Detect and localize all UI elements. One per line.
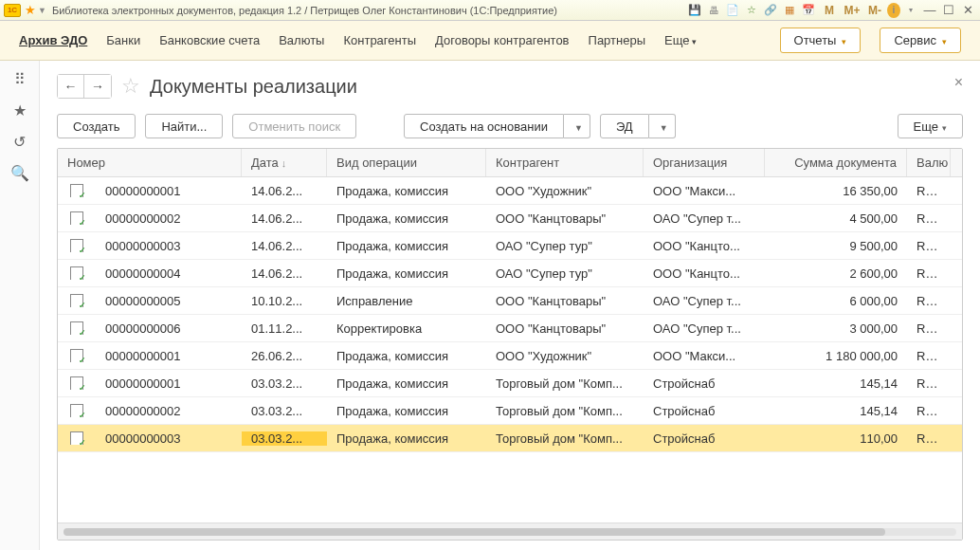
favorites-icon[interactable]: ★	[25, 3, 36, 17]
cell-contractor: ОАО "Супер тур"	[486, 266, 644, 281]
cell-operation: Продажа, комиссия	[327, 404, 486, 418]
cell-number: 00000000001	[96, 349, 242, 363]
table-row[interactable]: 0000000000126.06.2...Продажа, комиссияОО…	[58, 342, 962, 370]
table-row[interactable]: 0000000000214.06.2...Продажа, комиссияОО…	[58, 205, 962, 232]
horizontal-scrollbar[interactable]	[58, 522, 962, 540]
link-icon[interactable]: 🔗	[762, 3, 779, 18]
table-row[interactable]: 0000000000203.03.2...Продажа, комиссияТо…	[58, 397, 962, 425]
reports-button[interactable]: Отчеты▾	[780, 28, 862, 53]
col-sum[interactable]: Сумма документа	[765, 149, 907, 176]
cell-operation: Продажа, комиссия	[327, 266, 486, 281]
nav-forward-button[interactable]: →	[84, 75, 111, 98]
col-operation[interactable]: Вид операции	[327, 149, 486, 176]
cell-currency: RUB	[907, 376, 951, 391]
cell-date: 14.06.2...	[242, 211, 327, 226]
col-number[interactable]: Номер	[58, 149, 242, 176]
cell-sum: 16 350,00	[765, 184, 907, 198]
create-based-dropdown[interactable]: ▼	[564, 114, 590, 138]
cell-date: 26.06.2...	[242, 349, 327, 363]
row-status-icon	[58, 266, 96, 280]
table-row[interactable]: 0000000000103.03.2...Продажа, комиссияТо…	[58, 370, 962, 397]
table-row[interactable]: 0000000000414.06.2...Продажа, комиссияОА…	[58, 260, 962, 287]
nav-archive[interactable]: Архив ЭДО	[19, 33, 87, 47]
create-button[interactable]: Создать	[57, 114, 136, 138]
cell-currency: RUB	[907, 184, 951, 198]
cell-currency: RUB	[907, 294, 951, 308]
cell-sum: 2 600,00	[765, 266, 907, 281]
maximize-icon[interactable]: ☐	[940, 3, 957, 18]
nav-bank-accounts[interactable]: Банковские счета	[159, 33, 260, 47]
nav-arrows: ← →	[57, 74, 112, 99]
ed-dropdown[interactable]: ▼	[649, 114, 676, 138]
cell-sum: 9 500,00	[765, 239, 907, 253]
cell-contractor: Торговый дом "Комп...	[486, 431, 644, 446]
nav-contractors[interactable]: Контрагенты	[343, 33, 416, 47]
table-row[interactable]: 0000000000601.11.2...КорректировкаООО "К…	[58, 315, 962, 342]
cell-org: ООО "Канцто...	[644, 239, 765, 253]
col-currency[interactable]: Валю	[907, 149, 951, 176]
table-row[interactable]: 0000000000314.06.2...Продажа, комиссияОА…	[58, 232, 962, 260]
more-button[interactable]: Еще▾	[898, 114, 963, 138]
cell-number: 00000000001	[96, 184, 242, 198]
doc-icon[interactable]: 📄	[724, 3, 741, 18]
service-button[interactable]: Сервис▾	[880, 28, 961, 53]
search-icon[interactable]: 🔍	[10, 164, 29, 182]
cell-number: 00000000006	[96, 321, 242, 336]
save-icon[interactable]: 💾	[686, 3, 703, 18]
titlebar-dropdown-icon[interactable]: ▼	[38, 6, 46, 15]
cell-org: ОАО "Супер т...	[644, 321, 765, 336]
cancel-search-button: Отменить поиск	[232, 114, 356, 138]
window-title: Библиотека электронных документов, редак…	[52, 5, 686, 16]
cell-sum: 110,00	[765, 431, 907, 446]
row-status-icon	[58, 376, 96, 390]
nav-more[interactable]: Еще	[664, 33, 697, 47]
col-org[interactable]: Организация	[644, 149, 765, 176]
ed-button[interactable]: ЭД	[600, 114, 649, 138]
info-icon[interactable]: i	[887, 3, 900, 18]
create-based-button[interactable]: Создать на основании	[404, 114, 564, 138]
close-icon[interactable]: ✕	[959, 3, 976, 18]
cell-org: ООО "Канцто...	[644, 266, 765, 281]
col-contractor[interactable]: Контрагент	[486, 149, 644, 176]
nav-back-button[interactable]: ←	[58, 75, 84, 98]
history-icon[interactable]: ↺	[13, 133, 26, 151]
cell-operation: Продажа, комиссия	[327, 376, 486, 391]
favorite-add-icon[interactable]: ☆	[743, 3, 760, 18]
nav-partners[interactable]: Партнеры	[589, 33, 645, 47]
m-plus-button[interactable]: M+	[842, 3, 862, 18]
cell-operation: Продажа, комиссия	[327, 184, 486, 198]
table-row[interactable]: 0000000000510.10.2...ИсправлениеООО "Кан…	[58, 287, 962, 315]
row-status-icon	[58, 184, 96, 197]
calendar-icon[interactable]: 📅	[800, 3, 817, 18]
cell-date: 01.11.2...	[242, 321, 327, 336]
row-status-icon	[58, 431, 96, 445]
nav-currencies[interactable]: Валюты	[279, 33, 324, 47]
apps-icon[interactable]: ⠿	[14, 70, 26, 88]
ed-group: ЭД ▼	[600, 114, 676, 138]
star-icon[interactable]: ★	[13, 101, 27, 119]
favorite-page-icon[interactable]: ☆	[121, 74, 140, 99]
m-button[interactable]: M	[819, 3, 840, 18]
cell-sum: 1 180 000,00	[765, 349, 907, 363]
nav-contracts[interactable]: Договоры контрагентов	[435, 33, 570, 47]
print-icon[interactable]: 🖶	[705, 3, 722, 18]
find-button[interactable]: Найти...	[145, 114, 223, 138]
row-status-icon	[58, 294, 96, 307]
cell-org: Стройснаб	[644, 376, 765, 391]
cell-number: 00000000002	[96, 211, 242, 226]
col-date[interactable]: Дата	[242, 149, 327, 176]
cell-date: 14.06.2...	[242, 239, 327, 253]
m-minus-button[interactable]: M-	[864, 3, 885, 18]
cell-org: ООО "Макси...	[644, 184, 765, 198]
minimize-icon[interactable]: —	[921, 3, 938, 18]
table-row[interactable]: 0000000000114.06.2...Продажа, комиссияОО…	[58, 177, 962, 205]
cell-number: 00000000001	[96, 376, 242, 391]
info-dropdown-icon[interactable]: ▾	[902, 3, 919, 18]
cell-number: 00000000002	[96, 404, 242, 418]
calc-icon[interactable]: ▦	[781, 3, 798, 18]
table-row[interactable]: 0000000000303.03.2...Продажа, комиссияТо…	[58, 425, 962, 452]
close-page-icon[interactable]: ×	[954, 74, 963, 91]
cell-contractor: ОАО "Супер тур"	[486, 239, 644, 253]
table-header: Номер Дата Вид операции Контрагент Орган…	[58, 149, 962, 177]
nav-banks[interactable]: Банки	[106, 33, 140, 47]
